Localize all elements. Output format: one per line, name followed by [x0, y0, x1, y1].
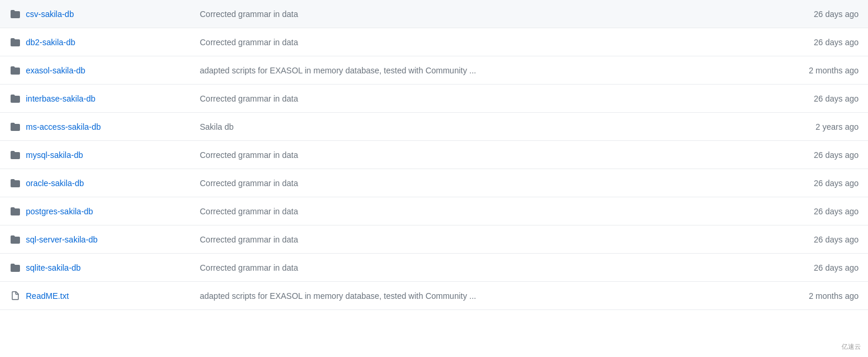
- commit-message: Corrected grammar in data: [190, 207, 776, 216]
- file-name-link[interactable]: interbase-sakila-db: [26, 94, 95, 103]
- commit-message: adapted scripts for EXASOL in memory dat…: [190, 291, 776, 301]
- commit-message: Corrected grammar in data: [190, 178, 776, 188]
- commit-time: 26 days ago: [776, 235, 859, 244]
- commit-message: Corrected grammar in data: [190, 263, 776, 272]
- file-name-link[interactable]: postgres-sakila-db: [26, 207, 93, 216]
- commit-message: Corrected grammar in data: [190, 38, 776, 47]
- folder-icon: [9, 65, 21, 76]
- commit-message: adapted scripts for EXASOL in memory dat…: [190, 66, 776, 75]
- file-name-link[interactable]: oracle-sakila-db: [26, 178, 84, 188]
- file-name-link[interactable]: db2-sakila-db: [26, 38, 75, 47]
- table-row: sqlite-sakila-dbCorrected grammar in dat…: [0, 254, 868, 282]
- commit-time: 2 months ago: [776, 66, 859, 75]
- folder-icon: [9, 177, 21, 189]
- commit-message: Corrected grammar in data: [190, 235, 776, 244]
- folder-icon: [9, 206, 21, 217]
- table-row: oracle-sakila-dbCorrected grammar in dat…: [0, 169, 868, 197]
- commit-message: Corrected grammar in data: [190, 150, 776, 160]
- file-name-link[interactable]: ReadME.txt: [26, 291, 69, 301]
- folder-icon: [9, 121, 21, 133]
- table-row: sql-server-sakila-dbCorrected grammar in…: [0, 225, 868, 254]
- folder-icon: [9, 93, 21, 105]
- folder-icon: [9, 36, 21, 48]
- commit-time: 26 days ago: [776, 263, 859, 272]
- commit-time: 26 days ago: [776, 207, 859, 216]
- table-row: ms-access-sakila-dbSakila db2 years ago: [0, 113, 868, 141]
- file-name-link[interactable]: exasol-sakila-db: [26, 66, 85, 75]
- table-row: interbase-sakila-dbCorrected grammar in …: [0, 85, 868, 113]
- file-name-link[interactable]: ms-access-sakila-db: [26, 122, 101, 132]
- commit-time: 26 days ago: [776, 9, 859, 19]
- file-name-link[interactable]: mysql-sakila-db: [26, 150, 83, 160]
- table-row: ReadME.txtadapted scripts for EXASOL in …: [0, 282, 868, 310]
- commit-time: 26 days ago: [776, 178, 859, 188]
- folder-icon: [9, 262, 21, 274]
- table-row: exasol-sakila-dbadapted scripts for EXAS…: [0, 56, 868, 85]
- commit-message: Corrected grammar in data: [190, 9, 776, 19]
- table-row: postgres-sakila-dbCorrected grammar in d…: [0, 197, 868, 225]
- commit-message: Corrected grammar in data: [190, 94, 776, 103]
- file-name-link[interactable]: sqlite-sakila-db: [26, 263, 81, 272]
- folder-icon: [9, 234, 21, 245]
- table-row: csv-sakila-dbCorrected grammar in data26…: [0, 0, 868, 28]
- file-icon: [9, 290, 21, 302]
- commit-time: 26 days ago: [776, 94, 859, 103]
- table-row: db2-sakila-dbCorrected grammar in data26…: [0, 28, 868, 56]
- commit-time: 2 months ago: [776, 291, 859, 301]
- commit-message: Sakila db: [190, 122, 776, 132]
- file-list: csv-sakila-dbCorrected grammar in data26…: [0, 0, 868, 310]
- folder-icon: [9, 8, 21, 20]
- file-name-link[interactable]: csv-sakila-db: [26, 9, 74, 19]
- commit-time: 26 days ago: [776, 38, 859, 47]
- file-name-link[interactable]: sql-server-sakila-db: [26, 235, 98, 244]
- commit-time: 2 years ago: [776, 122, 859, 132]
- table-row: mysql-sakila-dbCorrected grammar in data…: [0, 141, 868, 169]
- folder-icon: [9, 149, 21, 161]
- commit-time: 26 days ago: [776, 150, 859, 160]
